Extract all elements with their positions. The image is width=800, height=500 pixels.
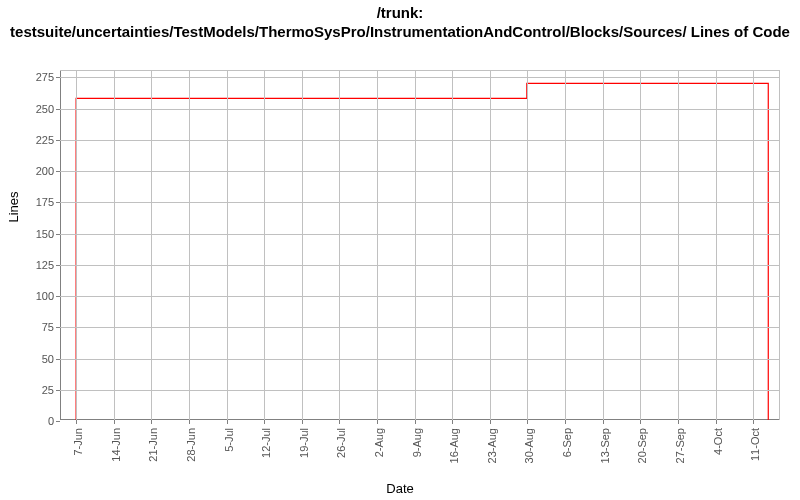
x-tick-label: 21-Jun	[147, 394, 159, 428]
y-tick-label: 275	[36, 71, 60, 83]
vgrid-line	[227, 71, 228, 420]
loc-series-line	[76, 83, 768, 420]
x-tick-label: 28-Jun	[185, 394, 197, 428]
x-tick-label: 16-Aug	[448, 393, 460, 428]
y-tick-label: 25	[42, 384, 60, 396]
y-axis-label: Lines	[6, 191, 21, 222]
y-tick-label: 250	[36, 103, 60, 115]
vgrid-line	[151, 71, 152, 420]
vgrid-line	[753, 71, 754, 420]
x-tick-label: 13-Sep	[599, 393, 611, 428]
y-tick-label: 125	[36, 259, 60, 271]
vgrid-line	[114, 71, 115, 420]
y-tick-label: 100	[36, 290, 60, 302]
hgrid-line	[60, 234, 779, 235]
x-axis-label: Date	[0, 481, 800, 496]
hgrid-line	[60, 390, 779, 391]
x-tick-label: 23-Aug	[486, 393, 498, 428]
x-tick-label: 11-Oct	[749, 395, 761, 428]
plot-area: 02550751001251501752002252502757-Jun14-J…	[60, 70, 780, 420]
x-tick-label: 26-Jul	[335, 398, 347, 428]
y-tick-label: 175	[36, 196, 60, 208]
vgrid-line	[490, 71, 491, 420]
vgrid-line	[264, 71, 265, 420]
hgrid-line	[60, 327, 779, 328]
y-tick-label: 150	[36, 228, 60, 240]
x-tick-label: 14-Jun	[110, 394, 122, 428]
x-tick-label: 2-Aug	[373, 399, 385, 428]
hgrid-line	[60, 202, 779, 203]
vgrid-line	[76, 71, 77, 420]
x-tick-label: 27-Sep	[674, 393, 686, 428]
x-tick-label: 20-Sep	[636, 393, 648, 428]
hgrid-line	[60, 359, 779, 360]
y-tick-label: 0	[48, 415, 60, 427]
x-tick-label: 7-Jun	[72, 400, 84, 428]
hgrid-line	[60, 109, 779, 110]
data-line	[60, 71, 779, 420]
vgrid-line	[302, 71, 303, 420]
loc-chart: /trunk: testsuite/uncertainties/TestMode…	[0, 0, 800, 500]
y-tick-label: 75	[42, 321, 60, 333]
y-tick-label: 200	[36, 165, 60, 177]
x-tick-label: 19-Jul	[298, 398, 310, 428]
y-tick-label: 225	[36, 134, 60, 146]
vgrid-line	[640, 71, 641, 420]
vgrid-line	[716, 71, 717, 420]
vgrid-line	[415, 71, 416, 420]
chart-title: /trunk: testsuite/uncertainties/TestMode…	[0, 4, 800, 42]
vgrid-line	[339, 71, 340, 420]
vgrid-line	[452, 71, 453, 420]
vgrid-line	[565, 71, 566, 420]
x-tick-label: 5-Jul	[223, 404, 235, 428]
x-tick-label: 30-Aug	[523, 393, 535, 428]
hgrid-line	[60, 265, 779, 266]
vgrid-line	[377, 71, 378, 420]
hgrid-line	[60, 296, 779, 297]
hgrid-line	[60, 77, 779, 78]
vgrid-line	[189, 71, 190, 420]
x-tick-label: 6-Sep	[561, 399, 573, 428]
vgrid-line	[678, 71, 679, 420]
hgrid-line	[60, 140, 779, 141]
vgrid-line	[603, 71, 604, 420]
hgrid-line	[60, 171, 779, 172]
y-tick-label: 50	[42, 353, 60, 365]
x-tick-label: 9-Aug	[411, 399, 423, 428]
vgrid-line	[527, 71, 528, 420]
x-tick-label: 4-Oct	[712, 401, 724, 428]
x-tick-label: 12-Jul	[260, 398, 272, 428]
